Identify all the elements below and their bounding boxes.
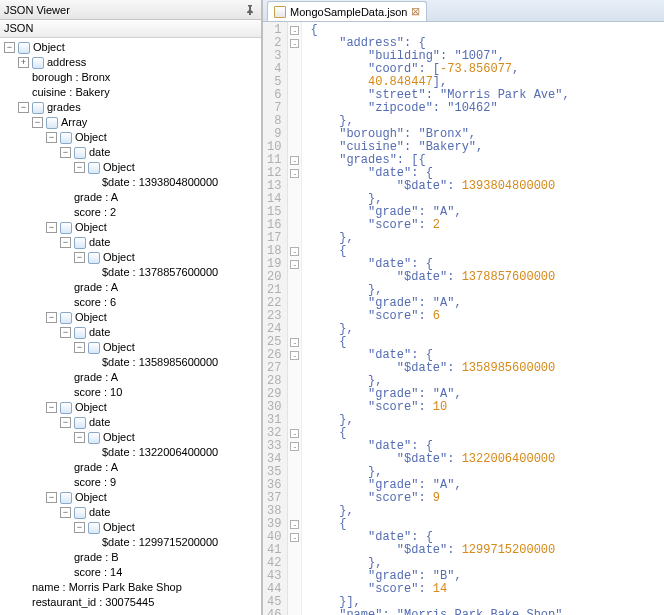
tree-node[interactable]: −grades bbox=[0, 100, 261, 115]
tree-node[interactable]: −Object bbox=[0, 400, 261, 415]
tree-node[interactable]: −Object bbox=[0, 160, 261, 175]
collapse-icon[interactable]: − bbox=[46, 222, 57, 233]
collapse-icon[interactable]: − bbox=[60, 327, 71, 338]
node-label: borough : Bronx bbox=[32, 70, 110, 85]
tree-node[interactable]: −Object bbox=[0, 40, 261, 55]
fold-cell bbox=[288, 193, 301, 206]
collapse-icon[interactable]: − bbox=[46, 402, 57, 413]
file-tab[interactable]: MongoSampleData.json ⊠ bbox=[267, 1, 427, 21]
json-tree[interactable]: −Object+addressborough : Bronxcuisine : … bbox=[0, 38, 261, 615]
tree-node[interactable]: −Array bbox=[0, 115, 261, 130]
code-line[interactable]: }, bbox=[310, 505, 569, 518]
fold-toggle-icon[interactable]: - bbox=[290, 247, 299, 256]
tree-node[interactable]: +address bbox=[0, 55, 261, 70]
node-label: score : 9 bbox=[74, 475, 116, 490]
tree-node[interactable]: score : 10 bbox=[0, 385, 261, 400]
fold-toggle-icon[interactable]: - bbox=[290, 156, 299, 165]
pin-icon[interactable] bbox=[243, 3, 257, 17]
tree-node[interactable]: cuisine : Bakery bbox=[0, 85, 261, 100]
collapse-icon[interactable]: − bbox=[32, 117, 43, 128]
collapse-icon[interactable]: − bbox=[74, 162, 85, 173]
collapse-icon[interactable]: − bbox=[60, 417, 71, 428]
code-editor[interactable]: 1234567891011121314151617181920212223242… bbox=[263, 22, 664, 615]
tree-node[interactable]: name : Morris Park Bake Shop bbox=[0, 580, 261, 595]
tree-spacer bbox=[60, 282, 71, 293]
code-line[interactable]: }, bbox=[310, 232, 569, 245]
tree-spacer bbox=[60, 567, 71, 578]
fold-toggle-icon[interactable]: - bbox=[290, 533, 299, 542]
collapse-icon[interactable]: − bbox=[74, 522, 85, 533]
fold-cell bbox=[288, 557, 301, 570]
collapse-icon[interactable]: − bbox=[60, 147, 71, 158]
fold-cell: - bbox=[288, 37, 301, 50]
expand-icon[interactable]: + bbox=[18, 57, 29, 68]
tree-spacer bbox=[60, 552, 71, 563]
tree-node[interactable]: −date bbox=[0, 415, 261, 430]
tree-node[interactable]: grade : A bbox=[0, 370, 261, 385]
tree-node[interactable]: $date : 1378857600000 bbox=[0, 265, 261, 280]
tree-node[interactable]: −Object bbox=[0, 340, 261, 355]
tree-spacer bbox=[60, 207, 71, 218]
collapse-icon[interactable]: − bbox=[18, 102, 29, 113]
collapse-icon[interactable]: − bbox=[46, 132, 57, 143]
collapse-icon[interactable]: − bbox=[46, 492, 57, 503]
fold-toggle-icon[interactable]: - bbox=[290, 351, 299, 360]
tree-node[interactable]: score : 9 bbox=[0, 475, 261, 490]
fold-toggle-icon[interactable]: - bbox=[290, 26, 299, 35]
tree-node[interactable]: −date bbox=[0, 505, 261, 520]
fold-toggle-icon[interactable]: - bbox=[290, 442, 299, 451]
node-label: cuisine : Bakery bbox=[32, 85, 110, 100]
tree-node[interactable]: −date bbox=[0, 145, 261, 160]
tree-node[interactable]: score : 2 bbox=[0, 205, 261, 220]
node-type-icon bbox=[32, 102, 44, 114]
node-label: Object bbox=[75, 490, 107, 505]
fold-cell bbox=[288, 219, 301, 232]
collapse-icon[interactable]: − bbox=[4, 42, 15, 53]
tree-node[interactable]: −Object bbox=[0, 430, 261, 445]
collapse-icon[interactable]: − bbox=[46, 312, 57, 323]
collapse-icon[interactable]: − bbox=[74, 432, 85, 443]
tree-node[interactable]: $date : 1299715200000 bbox=[0, 535, 261, 550]
collapse-icon[interactable]: − bbox=[74, 342, 85, 353]
node-type-icon bbox=[88, 432, 100, 444]
fold-toggle-icon[interactable]: - bbox=[290, 169, 299, 178]
tree-node[interactable]: −Object bbox=[0, 520, 261, 535]
collapse-icon[interactable]: − bbox=[74, 252, 85, 263]
code-line[interactable]: }, bbox=[310, 323, 569, 336]
node-label: grade : A bbox=[74, 190, 118, 205]
tree-node[interactable]: −Object bbox=[0, 310, 261, 325]
tree-node[interactable]: score : 14 bbox=[0, 565, 261, 580]
tree-node[interactable]: $date : 1393804800000 bbox=[0, 175, 261, 190]
node-label: $date : 1378857600000 bbox=[102, 265, 218, 280]
tree-node[interactable]: borough : Bronx bbox=[0, 70, 261, 85]
tree-node[interactable]: grade : A bbox=[0, 190, 261, 205]
tree-node[interactable]: −Object bbox=[0, 130, 261, 145]
tree-node[interactable]: grade : A bbox=[0, 460, 261, 475]
tree-node[interactable]: score : 6 bbox=[0, 295, 261, 310]
node-label: $date : 1393804800000 bbox=[102, 175, 218, 190]
tree-node[interactable]: $date : 1322006400000 bbox=[0, 445, 261, 460]
tree-node[interactable]: −date bbox=[0, 235, 261, 250]
fold-toggle-icon[interactable]: - bbox=[290, 39, 299, 48]
tree-node[interactable]: −Object bbox=[0, 250, 261, 265]
tree-node[interactable]: −Object bbox=[0, 490, 261, 505]
tree-node[interactable]: $date : 1358985600000 bbox=[0, 355, 261, 370]
collapse-icon[interactable]: − bbox=[60, 237, 71, 248]
fold-toggle-icon[interactable]: - bbox=[290, 338, 299, 347]
code-line[interactable]: "name": "Morris Park Bake Shop", bbox=[310, 609, 569, 615]
fold-cell bbox=[288, 284, 301, 297]
tree-node[interactable]: grade : A bbox=[0, 280, 261, 295]
close-icon[interactable]: ⊠ bbox=[411, 5, 420, 18]
fold-cell: - bbox=[288, 167, 301, 180]
collapse-icon[interactable]: − bbox=[60, 507, 71, 518]
code-line[interactable]: }, bbox=[310, 414, 569, 427]
fold-cell bbox=[288, 128, 301, 141]
tree-node[interactable]: −date bbox=[0, 325, 261, 340]
code-content[interactable]: { "address": { "building": "1007", "coor… bbox=[302, 22, 569, 615]
tree-node[interactable]: −Object bbox=[0, 220, 261, 235]
fold-toggle-icon[interactable]: - bbox=[290, 260, 299, 269]
fold-toggle-icon[interactable]: - bbox=[290, 429, 299, 438]
fold-toggle-icon[interactable]: - bbox=[290, 520, 299, 529]
tree-node[interactable]: grade : B bbox=[0, 550, 261, 565]
tree-node[interactable]: restaurant_id : 30075445 bbox=[0, 595, 261, 610]
